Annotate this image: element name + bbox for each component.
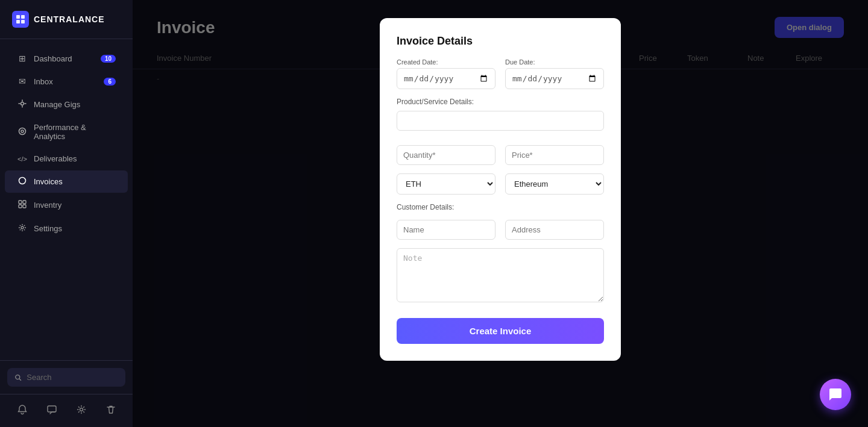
inventory-icon (17, 200, 28, 210)
product-label: Product/Service Details: (397, 98, 604, 106)
address-input[interactable] (505, 220, 604, 240)
deliverables-icon: </> (17, 155, 28, 163)
sidebar-item-label: Inbox (34, 77, 98, 86)
search-box[interactable] (7, 368, 125, 387)
quantity-input[interactable] (397, 145, 495, 165)
dashboard-icon: ⊞ (17, 54, 28, 63)
svg-rect-1 (21, 15, 25, 19)
quantity-price-row (397, 145, 604, 165)
token-select-field: ETH BTC USDT SOL (397, 173, 495, 195)
svg-rect-0 (16, 15, 20, 19)
sidebar-item-dashboard[interactable]: ⊞ Dashboard 10 (5, 48, 128, 69)
performance-icon (17, 127, 28, 137)
sidebar-item-label: Manage Gigs (34, 100, 116, 109)
manage-gigs-icon (17, 99, 28, 110)
address-field (505, 220, 604, 240)
name-field (397, 220, 495, 240)
sidebar-item-invoices[interactable]: Invoices (5, 170, 128, 193)
due-date-label: Due Date: (505, 58, 604, 66)
search-area (0, 360, 133, 394)
svg-rect-14 (48, 406, 56, 412)
product-input[interactable] (397, 111, 604, 131)
svg-rect-8 (19, 201, 22, 204)
settings-icon (17, 223, 28, 234)
svg-point-15 (80, 408, 83, 411)
created-date-input[interactable] (397, 68, 495, 89)
svg-rect-9 (23, 201, 26, 204)
svg-rect-10 (19, 205, 22, 208)
sidebar: CENTRALANCE ⊞ Dashboard 10 ✉ Inbox 6 Man… (0, 0, 133, 427)
dialog-overlay: Invoice Details Created Date: Due Date: … (133, 0, 868, 427)
sidebar-item-performance[interactable]: Performance & Analytics (5, 117, 128, 147)
sidebar-item-label: Performance & Analytics (34, 123, 116, 141)
main-content: Invoice Open dialog Invoice Number Price… (133, 0, 868, 427)
svg-point-7 (19, 178, 26, 184)
invoice-dialog: Invoice Details Created Date: Due Date: … (380, 18, 621, 361)
notification-icon[interactable] (14, 402, 30, 420)
inbox-icon: ✉ (17, 76, 28, 86)
note-textarea[interactable] (397, 248, 604, 302)
sidebar-item-label: Deliverables (34, 154, 116, 163)
name-input[interactable] (397, 220, 495, 240)
created-date-field: Created Date: (397, 58, 495, 89)
due-date-input[interactable] (505, 68, 604, 89)
due-date-field: Due Date: (505, 58, 604, 89)
sidebar-item-inbox[interactable]: ✉ Inbox 6 (5, 70, 128, 92)
name-address-row (397, 220, 604, 240)
svg-point-6 (21, 130, 24, 132)
chat-icon[interactable] (44, 402, 60, 420)
dashboard-badge: 10 (101, 55, 116, 63)
customer-label: Customer Details: (397, 203, 604, 211)
sidebar-nav: ⊞ Dashboard 10 ✉ Inbox 6 Manage Gigs Per… (0, 39, 133, 360)
svg-point-5 (19, 128, 26, 134)
create-invoice-button[interactable]: Create Invoice (397, 318, 604, 344)
sidebar-logo: CENTRALANCE (0, 0, 133, 39)
dates-row: Created Date: Due Date: (397, 58, 604, 89)
sidebar-item-label: Invoices (34, 177, 116, 186)
price-input[interactable] (505, 145, 604, 165)
network-select[interactable]: Ethereum Bitcoin Solana Polygon (505, 173, 604, 195)
token-network-row: ETH BTC USDT SOL Ethereum Bitcoin Solana… (397, 173, 604, 195)
svg-point-13 (16, 375, 20, 379)
note-section (397, 248, 604, 305)
app-name: CENTRALANCE (34, 14, 105, 24)
sidebar-item-deliverables[interactable]: </> Deliverables (5, 148, 128, 169)
quantity-field (397, 145, 495, 165)
svg-point-4 (21, 102, 24, 105)
invoices-icon (17, 176, 28, 187)
token-select[interactable]: ETH BTC USDT SOL (397, 173, 495, 195)
sidebar-footer (0, 394, 133, 427)
product-service-section: Product/Service Details: (397, 98, 604, 137)
created-date-label: Created Date: (397, 58, 495, 66)
gear-icon[interactable] (74, 402, 89, 420)
sidebar-item-manage-gigs[interactable]: Manage Gigs (5, 93, 128, 116)
inbox-badge: 6 (104, 78, 116, 86)
network-select-field: Ethereum Bitcoin Solana Polygon (505, 173, 604, 195)
customer-section: Customer Details: (397, 203, 604, 211)
price-field (505, 145, 604, 165)
svg-point-12 (21, 226, 24, 229)
search-input[interactable] (27, 373, 118, 382)
svg-rect-3 (21, 20, 25, 23)
svg-rect-2 (16, 20, 20, 23)
dialog-title: Invoice Details (397, 35, 604, 48)
logo-icon (12, 11, 29, 28)
sidebar-item-inventory[interactable]: Inventry (5, 194, 128, 216)
sidebar-item-label: Settings (34, 224, 116, 233)
sidebar-item-label: Dashboard (34, 54, 95, 63)
sidebar-item-label: Inventry (34, 201, 116, 210)
search-icon (14, 373, 22, 382)
sidebar-item-settings[interactable]: Settings (5, 217, 128, 240)
trash-icon[interactable] (103, 402, 119, 420)
svg-rect-11 (23, 205, 26, 208)
chat-bubble-button[interactable] (820, 379, 851, 410)
